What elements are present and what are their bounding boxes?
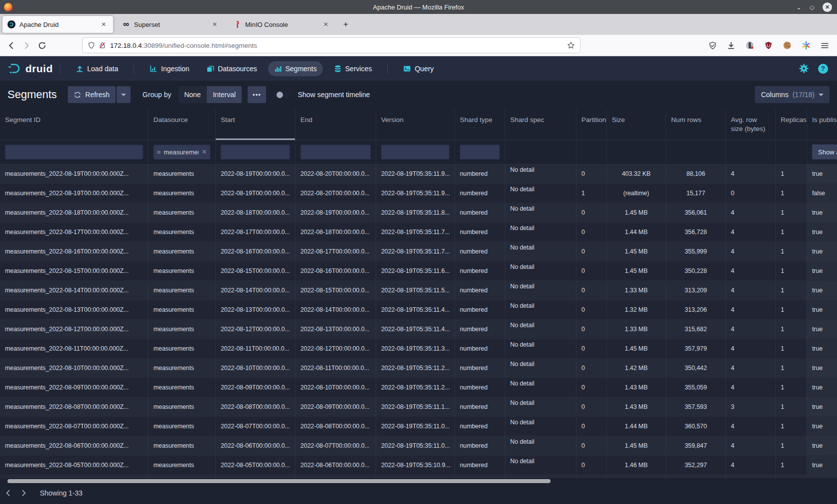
browser-tab[interactable]: ∞Superset✕: [117, 16, 224, 33]
protections-shield-icon[interactable]: [708, 41, 717, 50]
cell-replicas: 1: [776, 320, 807, 339]
cell-shard-spec: No detail: [505, 417, 576, 436]
table-row[interactable]: measurements_2022-08-14T00:00:00.000Z...…: [0, 281, 837, 300]
filter-input[interactable]: [221, 144, 290, 159]
url-text[interactable]: 172.18.0.4:30899/unified-console.html#se…: [110, 42, 567, 49]
help-icon[interactable]: ?: [818, 64, 828, 74]
nav-item-load-data[interactable]: Load data: [70, 61, 124, 76]
browser-tab[interactable]: ƆApache Druid✕: [2, 16, 113, 33]
pagination-status: Showing 1-33: [40, 489, 83, 497]
cell-num-rows: 357,593: [666, 397, 726, 416]
browser-tab[interactable]: MinIO Console✕: [228, 16, 335, 33]
cell-segment-id: measurements_2022-08-08T00:00:00.000Z...: [0, 397, 148, 416]
next-page-icon[interactable]: [16, 488, 32, 499]
column-header-size[interactable]: Size: [607, 109, 666, 140]
shield-icon[interactable]: [88, 41, 95, 49]
table-row[interactable]: measurements_2022-08-07T00:00:00.000Z...…: [0, 417, 837, 436]
table-row[interactable]: measurements_2022-08-11T00:00:00.000Z...…: [0, 339, 837, 359]
group-by-none-button[interactable]: None: [178, 86, 207, 103]
column-header-end[interactable]: End: [295, 109, 376, 140]
table-row[interactable]: measurements_2022-08-05T00:00:00.000Z...…: [0, 456, 837, 475]
column-header-partition[interactable]: Partition: [576, 109, 607, 140]
reload-icon[interactable]: [38, 41, 46, 50]
cookie-icon[interactable]: [783, 41, 792, 50]
table-row[interactable]: measurements_2022-08-12T00:00:00.000Z...…: [0, 320, 837, 339]
column-header-segment-id[interactable]: Segment ID: [0, 109, 148, 140]
table-row[interactable]: measurements_2022-08-15T00:00:00.000Z...…: [0, 261, 837, 281]
refresh-dropdown-button[interactable]: [117, 86, 131, 103]
more-options-button[interactable]: •••: [248, 86, 266, 103]
table-row[interactable]: measurements_2022-08-18T00:00:00.000Z...…: [0, 203, 837, 223]
column-header-shard-spec[interactable]: Shard spec: [505, 109, 576, 140]
filter-input[interactable]: [460, 144, 500, 159]
tab-close-icon[interactable]: ✕: [321, 20, 330, 29]
cell-shard-type: numbered: [455, 378, 505, 397]
menu-hamburger-icon[interactable]: [821, 41, 829, 50]
druid-logo[interactable]: druid: [7, 61, 53, 76]
nav-item-query[interactable]: Query: [397, 61, 439, 76]
column-header-avg-row-size-bytes-[interactable]: Avg. row size (bytes): [726, 109, 776, 140]
column-header-shard-type[interactable]: Shard type: [455, 109, 505, 140]
url-bar[interactable]: 172.18.0.4:30899/unified-console.html#se…: [82, 37, 580, 53]
cell-shard-type: numbered: [455, 456, 505, 475]
tab-close-icon[interactable]: ✕: [210, 20, 219, 29]
downloads-icon[interactable]: [727, 41, 735, 50]
table-row[interactable]: measurements_2022-08-19T00:00:00.000Z...…: [0, 184, 837, 203]
column-header-datasource[interactable]: Datasource: [148, 109, 216, 140]
column-header-start[interactable]: Start: [216, 109, 295, 140]
table-row[interactable]: measurements_2022-08-10T00:00:00.000Z...…: [0, 359, 837, 378]
table-row[interactable]: measurements_2022-08-16T00:00:00.000Z...…: [0, 242, 837, 261]
cell-version: 2022-08-19T05:35:11.2...: [376, 378, 455, 397]
nav-item-segments[interactable]: Segments: [268, 61, 323, 76]
table-row[interactable]: measurements_2022-08-17T00:00:00.000Z...…: [0, 223, 837, 242]
pinwheel-extension-icon[interactable]: [802, 41, 811, 50]
bookmark-star-icon[interactable]: [567, 41, 575, 49]
segment-timeline-toggle[interactable]: [275, 90, 292, 100]
ublock-icon[interactable]: [764, 41, 773, 50]
column-header-version[interactable]: Version: [376, 109, 455, 140]
filter-input[interactable]: [300, 144, 371, 159]
cell-start: 2022-08-11T00:00:00.0...: [216, 339, 295, 358]
horizontal-scrollbar[interactable]: [7, 479, 551, 483]
nav-item-datasources[interactable]: Datasources: [200, 61, 263, 76]
table-row[interactable]: measurements_2022-08-06T00:00:00.000Z...…: [0, 436, 837, 456]
cell-shard-type: numbered: [455, 281, 505, 300]
nav-item-ingestion[interactable]: Ingestion: [143, 61, 195, 76]
filter-input[interactable]: [381, 144, 449, 159]
filter-cell: Show all: [807, 140, 837, 164]
maximize-icon[interactable]: ◇: [810, 4, 815, 10]
extension-badger-icon[interactable]: [745, 41, 754, 50]
cell-is-published: true: [807, 378, 837, 397]
tab-close-icon[interactable]: ✕: [99, 20, 108, 29]
refresh-button[interactable]: Refresh: [68, 86, 116, 103]
columns-button[interactable]: Columns (17/18): [755, 86, 830, 103]
cell-end: 2022-08-20T00:00:00.0...: [295, 164, 376, 183]
table-row[interactable]: measurements_2022-08-13T00:00:00.000Z...…: [0, 300, 837, 320]
minimize-icon[interactable]: ⌄: [796, 4, 802, 10]
cell-version: 2022-08-19T05:35:11.9...: [376, 184, 455, 203]
datasource-filter-input[interactable]: ≡measurements✕: [153, 144, 210, 159]
table-filter-row: ≡measurements✕Show all: [0, 140, 837, 164]
table-row[interactable]: measurements_2022-08-19T00:00:00.000Z...…: [0, 164, 837, 184]
nav-item-services[interactable]: Services: [328, 61, 378, 76]
cell-shard-type: numbered: [455, 164, 505, 183]
back-icon[interactable]: [7, 41, 15, 50]
insecure-lock-icon[interactable]: [99, 41, 106, 49]
is-published-filter-button[interactable]: Show all: [812, 144, 837, 159]
cell-is-published: true: [807, 320, 837, 339]
settings-gear-icon[interactable]: [799, 63, 809, 74]
table-row[interactable]: measurements_2022-08-08T00:00:00.000Z...…: [0, 397, 837, 417]
group-by-interval-button[interactable]: Interval: [207, 86, 242, 103]
cell-num-rows: 313,206: [666, 300, 726, 319]
table-row[interactable]: measurements_2022-08-09T00:00:00.000Z...…: [0, 378, 837, 397]
filter-input[interactable]: [5, 144, 143, 159]
prev-page-icon[interactable]: [0, 488, 16, 499]
column-header-replicas[interactable]: Replicas: [776, 109, 807, 140]
close-icon[interactable]: ✕: [823, 2, 832, 12]
forward-icon[interactable]: [22, 41, 31, 50]
column-header-is-published[interactable]: Is published: [807, 109, 837, 140]
clear-filter-icon[interactable]: ✕: [202, 148, 207, 155]
column-header-num-rows[interactable]: Num rows: [666, 109, 726, 140]
new-tab-button[interactable]: +: [343, 19, 348, 29]
cell-end: 2022-08-19T00:00:00.0...: [295, 203, 376, 222]
